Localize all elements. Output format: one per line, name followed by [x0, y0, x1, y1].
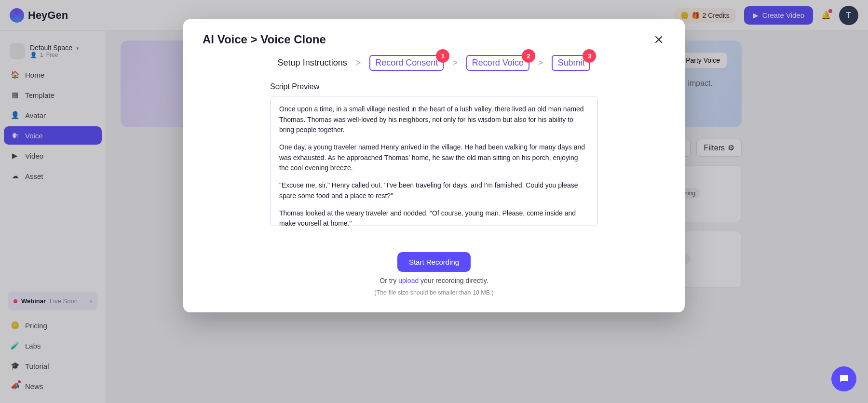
step-submit-label: Submit: [557, 58, 584, 67]
file-size-hint: (The file size should be smaller than 10…: [374, 289, 493, 296]
start-recording-button[interactable]: Start Recording: [397, 252, 471, 272]
step-setup: Setup Instructions: [278, 58, 347, 68]
chevron-right-icon: >: [452, 58, 458, 68]
upload-link[interactable]: upload: [398, 277, 419, 284]
chevron-right-icon: >: [356, 58, 361, 68]
step-record[interactable]: Record Voice 2: [466, 55, 529, 71]
script-paragraph: Thomas looked at the weary traveler and …: [279, 208, 589, 227]
start-recording-label: Start Recording: [409, 258, 459, 266]
step-submit[interactable]: Submit 3: [552, 55, 590, 71]
upload-alternative: Or try upload your recording directly.: [380, 277, 488, 284]
close-icon: [654, 35, 664, 44]
modal-title: AI Voice > Voice Clone: [203, 33, 326, 46]
modal-overlay[interactable]: AI Voice > Voice Clone Setup Instruction…: [0, 0, 756, 351]
script-preview-box[interactable]: Once upon a time, in a small village nes…: [270, 96, 598, 226]
script-preview-label: Script Preview: [270, 82, 598, 91]
wizard-steps: Setup Instructions > Record Consent 1 > …: [183, 55, 685, 82]
step-badge-3: 3: [583, 49, 596, 63]
step-consent-label: Record Consent: [375, 58, 438, 67]
chevron-right-icon: >: [538, 58, 543, 68]
step-record-label: Record Voice: [472, 58, 524, 67]
step-badge-1: 1: [436, 49, 449, 63]
close-button[interactable]: [652, 33, 665, 46]
script-paragraph: Once upon a time, in a small village nes…: [279, 104, 589, 135]
step-consent[interactable]: Record Consent 1: [369, 55, 444, 71]
or-text-after: your recording directly.: [419, 277, 488, 284]
or-text-before: Or try: [380, 277, 398, 284]
voice-clone-modal: AI Voice > Voice Clone Setup Instruction…: [183, 19, 685, 312]
step-badge-2: 2: [522, 49, 535, 63]
script-paragraph: "Excuse me, sir," Henry called out. "I'v…: [279, 180, 589, 201]
script-paragraph: One day, a young traveler named Henry ar…: [279, 142, 589, 174]
